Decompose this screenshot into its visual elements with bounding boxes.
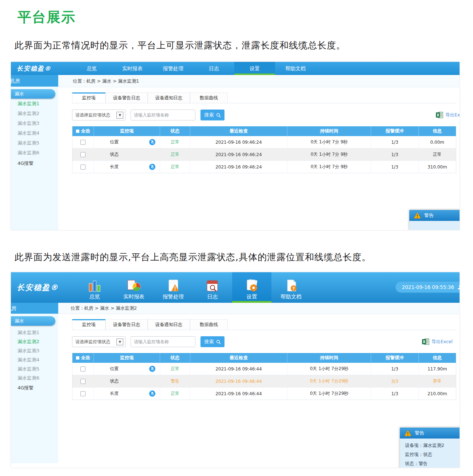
table-row: 长度 正常 2021-09-16 09:46:24 0天 1小时 7分 9秒 1… xyxy=(72,161,456,173)
warning-popup-title: 警告 xyxy=(424,212,434,219)
calendar-search-icon xyxy=(206,278,219,292)
warning-popup-body: 设备项：漏水监测2 监控项：状态 状态：警告 xyxy=(400,439,460,468)
monitor-item-name: 状态 xyxy=(110,378,119,384)
mute-bell-icon[interactable] xyxy=(149,139,155,145)
svg-text:?: ? xyxy=(293,286,295,291)
top-navbar: 长安稳盈® 总览 实时报表 报警处理 日志 设置 帮助文档 xyxy=(11,62,460,75)
mute-bell-icon[interactable] xyxy=(149,366,155,372)
sidebar-item-4g-alarm[interactable]: 4G报警 xyxy=(11,158,58,168)
row-checkbox[interactable] xyxy=(80,391,86,396)
monitor-item-name: 位置 xyxy=(110,366,119,372)
sidebar-item-monitor5[interactable]: 漏水监测5 xyxy=(11,138,58,148)
warning-triangle-icon xyxy=(404,430,412,436)
tab-device-warning-log[interactable]: 设备警告日志 xyxy=(106,92,148,103)
search-button[interactable]: 搜索 xyxy=(200,336,224,347)
table-header: 全选 监控项 状态 最近检查 持续时间 报警缓冲 信息 xyxy=(72,126,456,136)
sidebar-item-monitor4[interactable]: 漏水监测4 xyxy=(11,355,58,364)
monitor-table: 全选 监控项 状态 最近检查 持续时间 报警缓冲 信息 位置 正常 2021-0… xyxy=(72,353,456,400)
monitor-item-name: 状态 xyxy=(110,151,119,158)
sidebar-item-monitor3[interactable]: 漏水监测3 xyxy=(11,346,58,355)
status-badge: 正常 xyxy=(160,363,190,375)
nav-log[interactable]: 日志 xyxy=(194,62,234,75)
main-content: 位置：机房 > 漏水 > 漏水监测2 监控项 设备警告日志 设备通知日志 数据曲… xyxy=(58,303,460,468)
sidebar-item-monitor5[interactable]: 漏水监测5 xyxy=(11,364,58,373)
table-row: 状态 正常 2021-09-16 09:46:24 0天 1小时 7分 9秒 1… xyxy=(72,148,456,161)
table-row-warning: 状态 警告 2021-09-16 09:46:44 0天 1小时 7分29秒 3… xyxy=(72,375,456,388)
timestamp-pill: 2021-09-16 09:55:36 xyxy=(396,282,460,293)
status-badge: 正常 xyxy=(160,388,190,400)
nav-settings[interactable]: 设置 xyxy=(234,62,275,75)
report-pie-icon xyxy=(127,278,141,292)
sidebar: 机房 漏水 漏水监测1 漏水监测2 漏水监测3 漏水监测4 漏水监测5 漏水监测… xyxy=(11,75,58,230)
sidebar-item-monitor1[interactable]: 漏水监测1 xyxy=(11,99,58,108)
sidebar-item-monitor6[interactable]: 漏水监测6 xyxy=(11,373,58,382)
search-button[interactable]: 搜索 xyxy=(200,110,224,120)
row-checkbox[interactable] xyxy=(80,366,86,372)
nav-help-docs[interactable]: 帮助文档 xyxy=(275,62,316,75)
sidebar-item-monitor2[interactable]: 漏水监测2 xyxy=(11,337,58,346)
nav-settings[interactable]: 设置 xyxy=(232,272,271,303)
monitor-name-input[interactable] xyxy=(131,336,195,347)
search-icon xyxy=(216,113,221,118)
chevron-down-icon: ▼ xyxy=(116,338,123,345)
select-all-checkbox[interactable] xyxy=(76,356,79,360)
tab-device-notice-log[interactable]: 设备通知日志 xyxy=(148,92,190,103)
warning-triangle-icon xyxy=(414,212,421,219)
mute-bell-icon[interactable] xyxy=(149,164,155,170)
table-row: 长度 正常 2021-09-16 09:46:44 0天 1小时 7分29秒 1… xyxy=(72,388,456,400)
sidebar-item-monitor3[interactable]: 漏水监测3 xyxy=(11,118,58,128)
sidebar: 机房 漏水 漏水监测1 漏水监测2 漏水监测3 漏水监测4 漏水监测5 漏水监测… xyxy=(11,303,58,463)
brand-logo: 长安稳盈® xyxy=(11,62,71,75)
nav-alarm-handling[interactable]: 报警处理 xyxy=(154,272,193,303)
breadcrumb: 位置：机房 > 漏水 > 漏水监测1 xyxy=(58,75,460,87)
sidebar-group-leak[interactable]: 漏水 xyxy=(11,316,55,326)
nav-overview[interactable]: 总览 xyxy=(71,62,112,75)
tab-monitor-items[interactable]: 监控项 xyxy=(72,319,106,330)
popup-device-line: 设备项：漏水监测2 xyxy=(405,441,460,450)
row-checkbox[interactable] xyxy=(80,164,86,170)
page-title: 平台展示 xyxy=(17,8,76,27)
tab-device-notice-log[interactable]: 设备通知日志 xyxy=(148,319,190,330)
row-checkbox[interactable] xyxy=(80,379,86,384)
export-excel-button[interactable]: X 导出Excel xyxy=(436,112,460,118)
gear-icon xyxy=(245,278,259,292)
svg-text:X: X xyxy=(437,113,440,117)
excel-icon: X xyxy=(422,338,429,345)
sidebar-item-4g-alarm[interactable]: 4G报警 xyxy=(11,383,58,392)
tab-monitor-items[interactable]: 监控项 xyxy=(72,92,106,103)
mute-bell-icon[interactable] xyxy=(149,390,155,397)
sidebar-item-monitor4[interactable]: 漏水监测4 xyxy=(11,128,58,138)
status-select[interactable]: 请选择监控项状态 ▼ xyxy=(72,110,126,120)
nav-realtime-report[interactable]: 实时报表 xyxy=(112,62,153,75)
help-doc-icon: ? xyxy=(285,278,298,292)
tab-bar: 监控项 设备警告日志 设备通知日志 数据曲线 xyxy=(72,319,456,330)
sidebar-item-monitor1[interactable]: 漏水监测1 xyxy=(11,328,58,337)
sidebar-item-monitor6[interactable]: 漏水监测6 xyxy=(11,148,58,158)
filter-row: 请选择监控项状态 ▼ 搜索 X 导出Excel xyxy=(72,336,456,347)
nav-log[interactable]: 日志 xyxy=(193,272,232,303)
sidebar-item-monitor2[interactable]: 漏水监测2 xyxy=(11,108,58,118)
sidebar-group-leak[interactable]: 漏水 xyxy=(11,89,55,99)
sidebar-root-node[interactable]: 机房 xyxy=(11,75,58,87)
sidebar-root-node[interactable]: 机房 xyxy=(11,303,58,314)
tab-device-warning-log[interactable]: 设备警告日志 xyxy=(106,319,148,330)
nav-realtime-report[interactable]: 实时报表 xyxy=(114,272,154,303)
select-all-checkbox[interactable] xyxy=(76,130,79,133)
status-badge: 正常 xyxy=(160,161,190,173)
status-select[interactable]: 请选择监控项状态 ▼ xyxy=(72,336,126,347)
row-checkbox[interactable] xyxy=(80,152,86,157)
monitor-name-input[interactable] xyxy=(131,110,195,120)
main-content: 位置：机房 > 漏水 > 漏水监测1 监控项 设备警告日志 设备通知日志 数据曲… xyxy=(58,75,460,230)
tab-data-curve[interactable]: 数据曲线 xyxy=(190,92,228,103)
svg-text:X: X xyxy=(423,340,426,344)
search-icon xyxy=(216,340,221,344)
nav-overview[interactable]: 总览 xyxy=(75,272,114,303)
monitor-table: 全选 监控项 状态 最近检查 持续时间 报警缓冲 信息 位置 正常 2021-0… xyxy=(72,126,456,173)
row-checkbox[interactable] xyxy=(80,140,86,145)
description-normal: 此界面为正常情况时的显示，平台上可显示泄露状态，泄露长度和线缆总长度。 xyxy=(15,39,346,51)
export-excel-button[interactable]: X 导出Excel xyxy=(422,338,453,345)
nav-alarm-handling[interactable]: 报警处理 xyxy=(153,62,194,75)
nav-help-docs[interactable]: ? 帮助文档 xyxy=(271,272,311,303)
table-row: 位置 正常 2021-09-16 09:46:44 0天 1小时 7分29秒 1… xyxy=(72,363,456,375)
tab-data-curve[interactable]: 数据曲线 xyxy=(190,319,228,330)
